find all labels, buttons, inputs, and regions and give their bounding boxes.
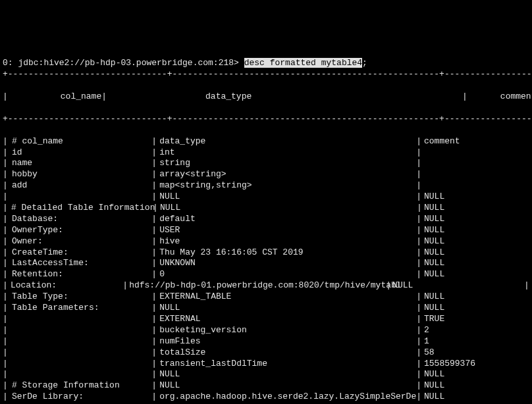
cell-data-type: string <box>158 158 416 169</box>
prompt-suffix: ; <box>362 58 367 68</box>
cell-comment: NULL <box>423 236 529 247</box>
cell-comment <box>423 158 529 169</box>
cell-comment <box>423 180 529 191</box>
table-row: ||numFiles|1 <box>3 336 529 347</box>
cell-comment: NULL <box>423 291 529 303</box>
cell-col-name: Table Parameters: <box>9 303 151 314</box>
cell-comment: NULL <box>423 225 529 236</box>
cell-data-type: bucketing_version <box>158 325 416 336</box>
table-row: |Table Type:|EXTERNAL_TABLE|NULL <box>3 291 529 303</box>
table-header-row: |col_name|data_type|comment| <box>3 91 529 103</box>
cell-col-name: hobby <box>9 169 151 180</box>
cell-col-name: SerDe Library: <box>9 391 151 403</box>
cell-col-name: # Detailed Table Information <box>9 203 153 214</box>
cell-col-name: Owner: <box>9 236 151 247</box>
cell-col-name: LastAccessTime: <box>9 258 151 269</box>
cell-col-name: Database: <box>9 214 151 225</box>
cell-comment: 1558599376 <box>423 359 529 370</box>
cell-comment: NULL <box>423 269 529 280</box>
cell-data-type: array<string> <box>158 169 416 180</box>
cell-col-name: # col_name <box>9 136 151 147</box>
cell-col-name: add <box>9 180 151 191</box>
table-row: ||transient_lastDdlTime|1558599376 <box>3 359 529 370</box>
cell-data-type: totalSize <box>158 347 416 359</box>
cell-data-type: USER <box>158 225 416 236</box>
cell-data-type: NULL <box>158 303 416 314</box>
cell-data-type: int <box>158 147 416 159</box>
cell-data-type: NULL <box>158 369 416 380</box>
table-row: |Retention:|0|NULL <box>3 269 529 280</box>
cell-col-name: id <box>9 147 151 159</box>
table-row: |SerDe Library:|org.apache.hadoop.hive.s… <box>3 391 529 403</box>
cell-data-type: hdfs://pb-hdp-01.powerbridge.com:8020/tm… <box>128 280 386 291</box>
cell-data-type: NULL <box>158 380 416 391</box>
cell-comment: NULL <box>423 391 529 403</box>
cell-comment: NULL <box>423 303 529 314</box>
prompt-line: 0: jdbc:hive2://pb-hdp-03.powerbridge.co… <box>3 58 367 68</box>
table-separator-mid: +-------------------------------+-------… <box>3 114 529 125</box>
table-row: ||NULL|NULL <box>3 191 529 203</box>
table-row: ||bucketing_version|2 <box>3 325 529 336</box>
cell-data-type: default <box>158 214 416 225</box>
cell-data-type: EXTERNAL_TABLE <box>158 291 416 303</box>
cell-comment <box>423 169 529 180</box>
table-row: |hobby|array<string>| <box>3 169 529 180</box>
cell-comment: NULL <box>391 280 498 291</box>
cell-comment: 2 <box>423 325 529 336</box>
cell-data-type: 0 <box>158 269 416 280</box>
cell-col-name: Table Type: <box>9 291 151 303</box>
table-row: |name|string| <box>3 158 529 169</box>
table-body: |# col_name|data_type|comment|id|int||na… <box>3 136 529 404</box>
cell-comment: NULL <box>423 258 529 269</box>
cell-comment: NULL <box>423 191 529 203</box>
cell-col-name: name <box>9 158 151 169</box>
cell-comment: 58 <box>423 347 529 359</box>
cell-comment: TRUE <box>423 314 529 325</box>
cell-data-type: transient_lastDdlTime <box>158 359 416 370</box>
sql-command: desc formatted mytable4 <box>244 58 362 68</box>
table-row: ||NULL|NULL <box>3 369 529 380</box>
cell-data-type: EXTERNAL <box>158 314 416 325</box>
table-row: |Location:|hdfs://pb-hdp-01.powerbridge.… <box>3 280 529 291</box>
cell-data-type: NULL <box>158 191 416 203</box>
cell-col-name <box>9 369 151 380</box>
table-row: ||EXTERNAL|TRUE <box>3 314 529 325</box>
cell-col-name <box>9 191 151 203</box>
cell-data-type: NULL <box>159 203 417 214</box>
table-row: |# Detailed Table Information|NULL|NULL <box>3 203 529 214</box>
cell-comment: NULL <box>423 214 529 225</box>
terminal-output: 0: jdbc:hive2://pb-hdp-03.powerbridge.co… <box>3 47 529 404</box>
cell-col-name <box>9 314 151 325</box>
cell-col-name <box>9 336 151 347</box>
cell-col-name: # Storage Information <box>9 380 151 391</box>
cell-data-type: data_type <box>158 136 416 147</box>
cell-comment: NULL <box>423 369 529 380</box>
table-row: ||totalSize|58 <box>3 347 529 359</box>
header-comment: comment <box>467 91 532 103</box>
table-row: |Database:|default|NULL <box>3 214 529 225</box>
table-row: |Table Parameters:|NULL|NULL <box>3 303 529 314</box>
cell-data-type: UNKNOWN <box>158 258 416 269</box>
cell-comment: NULL <box>423 247 529 259</box>
cell-col-name <box>9 359 151 370</box>
table-row: |# Storage Information|NULL|NULL <box>3 380 529 391</box>
cell-data-type: org.apache.hadoop.hive.serde2.lazy.LazyS… <box>158 391 416 403</box>
cell-comment <box>423 147 529 159</box>
table-row: |LastAccessTime:|UNKNOWN|NULL <box>3 258 529 269</box>
table-row: |id|int| <box>3 147 529 159</box>
prompt-prefix: 0: jdbc:hive2://pb-hdp-03.powerbridge.co… <box>3 58 244 68</box>
cell-comment: NULL <box>423 203 529 214</box>
table-row: |CreateTime:|Thu May 23 16:16:05 CST 201… <box>3 247 529 259</box>
cell-col-name <box>9 347 151 359</box>
table-row: |Owner:|hive|NULL <box>3 236 529 247</box>
table-separator-top: +-------------------------------+-------… <box>3 69 529 80</box>
cell-data-type: map<string,string> <box>158 180 416 191</box>
cell-col-name: CreateTime: <box>9 247 151 259</box>
cell-col-name: Retention: <box>9 269 151 280</box>
header-col-name: col_name <box>8 91 101 103</box>
table-row: |OwnerType:|USER|NULL <box>3 225 529 236</box>
table-row: |add|map<string,string>| <box>3 180 529 191</box>
cell-col-name <box>9 325 151 336</box>
cell-data-type: numFiles <box>158 336 416 347</box>
cell-col-name: OwnerType: <box>9 225 151 236</box>
